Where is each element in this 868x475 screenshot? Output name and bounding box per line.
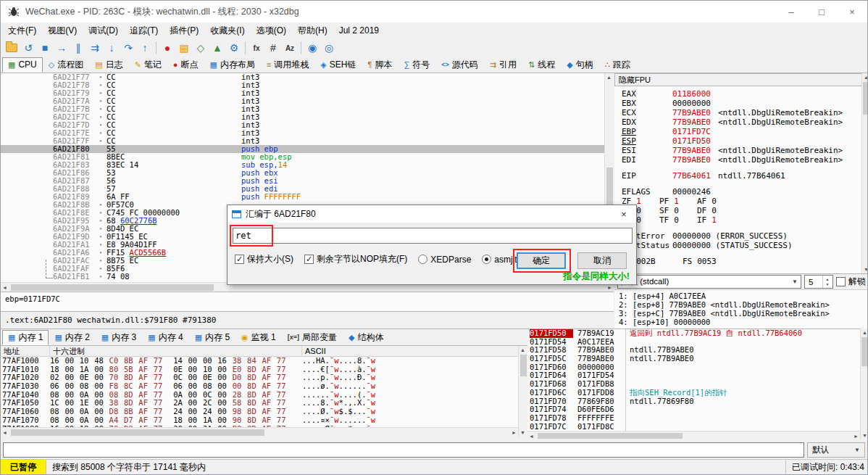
disasm-row[interactable]: 6AD21F8653push ebx bbox=[1, 169, 613, 177]
disasm-row[interactable]: 6AD21F79●CCint3 bbox=[1, 89, 613, 97]
tab-watch1[interactable]: ◉监视 1 bbox=[235, 330, 282, 345]
nop-fill-checkbox[interactable]: 剩余字节以NOP填充(F) bbox=[304, 253, 407, 265]
dump-row[interactable]: 77AF10501C001E00388DAF772A002C00588DAF77… bbox=[1, 399, 518, 408]
info-icon[interactable]: ◉ bbox=[304, 40, 320, 56]
tab-struct[interactable]: ◆结构体 bbox=[343, 330, 389, 345]
register-row[interactable]: EDX77B9ABE0<ntdll.DbgUiRemoteBreakin> bbox=[614, 117, 868, 127]
tab-dump4[interactable]: ▦内存 4 bbox=[142, 330, 188, 345]
patches-icon[interactable]: ▲ bbox=[209, 40, 225, 56]
step-over-icon[interactable]: ↷ bbox=[120, 40, 136, 56]
settings-icon[interactable]: ⚙ bbox=[226, 40, 242, 56]
registers-vscrollbar[interactable] bbox=[861, 73, 868, 273]
stop-icon[interactable]: ■ bbox=[37, 40, 53, 56]
fx-icon[interactable]: fx bbox=[249, 40, 264, 56]
run-to-user-icon[interactable]: ⇉ bbox=[87, 40, 103, 56]
tab-script[interactable]: ¶脚本 bbox=[362, 57, 398, 73]
dump-hscrollbar[interactable] bbox=[1, 427, 518, 437]
menu-item[interactable]: 收藏夹(I) bbox=[204, 22, 250, 39]
calling-convention-select[interactable]: 默认 (stdcall) ▼ bbox=[617, 275, 801, 289]
menu-item[interactable]: 帮助(H) bbox=[292, 22, 333, 39]
tab-notes[interactable]: ✎笔记 bbox=[129, 57, 167, 73]
tab-dump1[interactable]: ▦内存 1 bbox=[2, 330, 49, 345]
disasm-row[interactable]: 6AD21F7B●CCint3 bbox=[1, 105, 613, 113]
assembly-input[interactable] bbox=[233, 228, 633, 244]
disasm-row[interactable]: 6AD21F7E●CCint3 bbox=[1, 129, 613, 137]
open-file-icon[interactable] bbox=[4, 40, 20, 56]
xedparse-radio[interactable]: XEDParse bbox=[418, 255, 471, 265]
register-row[interactable]: EDI77B9ABE0<ntdll.DbgUiRemoteBreakin> bbox=[614, 155, 868, 165]
menu-item[interactable]: 文件(F) bbox=[2, 22, 42, 39]
menu-item[interactable]: 追踪(T) bbox=[124, 22, 164, 39]
dump-row[interactable]: 77AF107008000A00A4D7AF7718001A00908DAF77… bbox=[1, 416, 518, 425]
log-icon[interactable]: ▤ bbox=[176, 40, 192, 56]
dump-vscrollbar[interactable] bbox=[518, 346, 527, 437]
menu-item[interactable]: 视图(V) bbox=[42, 22, 83, 39]
tab-dump5[interactable]: ▦内存 5 bbox=[189, 330, 235, 345]
disasm-row[interactable]: 6AD21F8857push edi bbox=[1, 185, 613, 193]
cancel-button[interactable]: 取消 bbox=[577, 252, 627, 269]
minimize-button[interactable]: – bbox=[776, 1, 806, 22]
stack-row[interactable]: 0171FD78FFFFFFFE bbox=[527, 414, 860, 423]
register-row[interactable]: EIP77B64061ntdll.77B64061 bbox=[614, 171, 868, 181]
dump-row[interactable]: 77AF102002000E00708DAF770C000E00D08DAF77… bbox=[1, 373, 518, 382]
register-row[interactable]: OF0SF0DF0 bbox=[614, 206, 868, 215]
command-profile-select[interactable]: 默认 ▼ bbox=[807, 442, 865, 458]
disasm-row[interactable]: 6AD21F7F●CCint3 bbox=[1, 137, 613, 145]
graph-icon[interactable]: ◇ bbox=[193, 40, 209, 56]
keep-size-checkbox[interactable]: 保持大小(S) bbox=[235, 253, 293, 265]
tab-breakpoints[interactable]: ●断点 bbox=[167, 57, 204, 73]
tab-log[interactable]: ▤日志 bbox=[89, 57, 128, 73]
register-row[interactable]: ECX77B9ABE0<ntdll.DbgUiRemoteBreakin> bbox=[614, 108, 868, 117]
tab-graph[interactable]: ◇流程图 bbox=[43, 57, 89, 73]
command-input[interactable] bbox=[3, 442, 804, 458]
az-icon[interactable]: Az bbox=[282, 40, 298, 56]
register-row[interactable]: ESI77B9ABE0<ntdll.DbgUiRemoteBreakin> bbox=[614, 146, 868, 155]
unlock-checkbox[interactable]: 解锁 bbox=[836, 276, 866, 288]
restart-icon[interactable]: ↺ bbox=[20, 40, 36, 56]
tab-dump3[interactable]: ▦内存 3 bbox=[96, 330, 142, 345]
register-row[interactable]: EBP0171FD7C bbox=[614, 127, 868, 136]
register-row[interactable]: ESP0171FD50 bbox=[614, 136, 868, 146]
disasm-row[interactable]: 6AD21F78●CCint3 bbox=[1, 81, 613, 89]
tab-threads[interactable]: ⇅线程 bbox=[522, 57, 561, 73]
title-bar[interactable]: WeChat.exe - PID: 263C - 模块: wechatwin.d… bbox=[1, 1, 867, 22]
tab-dump2[interactable]: ▦内存 2 bbox=[49, 330, 95, 345]
register-row[interactable]: EAX01186000 bbox=[614, 89, 868, 99]
register-row[interactable]: EBX00000000 bbox=[614, 99, 868, 108]
stack-row[interactable]: 0171FD5C77B9ABE0ntdll.77B9ABE0 bbox=[527, 355, 860, 363]
dump-row[interactable]: 77AF101018001A00805BAF770E001000E08DAF77… bbox=[1, 365, 518, 374]
menu-item[interactable]: 插件(P) bbox=[164, 22, 204, 39]
disasm-row[interactable]: 6AD21F8756push esi bbox=[1, 177, 613, 185]
tab-locals[interactable]: [x=]局部变量 bbox=[282, 330, 343, 345]
stack-row[interactable]: 0171FD7C0171FD8C bbox=[527, 423, 860, 431]
register-row[interactable]: GS002BFS0053 bbox=[614, 257, 868, 266]
dump-row[interactable]: 77AF104008000A00088DAF770A000C00288DAF77… bbox=[1, 391, 518, 400]
menu-item[interactable]: 选项(O) bbox=[251, 22, 292, 39]
tab-source[interactable]: <>源代码 bbox=[435, 57, 484, 73]
register-row[interactable]: LastError00000000 (ERROR_SUCCESS) bbox=[614, 231, 868, 241]
dialog-title-bar[interactable]: 汇编于 6AD21F80 × bbox=[228, 205, 636, 223]
stack-row[interactable]: 0171FD6C0171FDD8指向SEH_Record[1]的指针 bbox=[527, 389, 860, 397]
dump-row[interactable]: 77AF100016001048C08BAF77140000163884AF77… bbox=[1, 357, 518, 365]
step-out-icon[interactable]: ↑ bbox=[137, 40, 153, 56]
tab-callstack[interactable]: ≡调用堆栈 bbox=[261, 57, 314, 73]
pause-icon[interactable]: ∥ bbox=[70, 40, 86, 56]
tab-trace[interactable]: ∴跟踪 bbox=[599, 57, 636, 73]
spinner-arrows-icon[interactable]: ▲▼ bbox=[822, 276, 832, 288]
register-row[interactable]: ZF1PF1AF0 bbox=[614, 197, 868, 206]
find-icon[interactable]: ◎ bbox=[321, 40, 337, 56]
disasm-row[interactable]: 6AD21F7A●CCint3 bbox=[1, 97, 613, 105]
arg-count-spinner[interactable]: 5 ▲▼ bbox=[804, 275, 833, 289]
disasm-row[interactable]: 6AD21F896A FFpush FFFFFFFF bbox=[1, 193, 613, 201]
close-button[interactable]: × bbox=[837, 1, 867, 22]
menu-item[interactable]: 调试(D) bbox=[83, 22, 124, 39]
dump-row[interactable]: 77AF103006000800F88CAF7706000800008DAF77… bbox=[1, 382, 518, 391]
breakpoint-icon[interactable]: ● bbox=[159, 40, 175, 56]
run-icon[interactable]: → bbox=[54, 40, 70, 56]
tab-symbols[interactable]: ∑符号 bbox=[398, 57, 435, 73]
tab-memmap[interactable]: ▦内存布局 bbox=[204, 57, 261, 73]
disasm-row[interactable]: 6AD21F818BECmov ebp,esp bbox=[1, 153, 613, 161]
asmjit-radio[interactable]: asmjit bbox=[482, 255, 517, 265]
tab-seh[interactable]: ◈SEH链 bbox=[314, 57, 362, 73]
disasm-row[interactable]: 6AD21F8383EC 14sub esp,14 bbox=[1, 161, 613, 169]
